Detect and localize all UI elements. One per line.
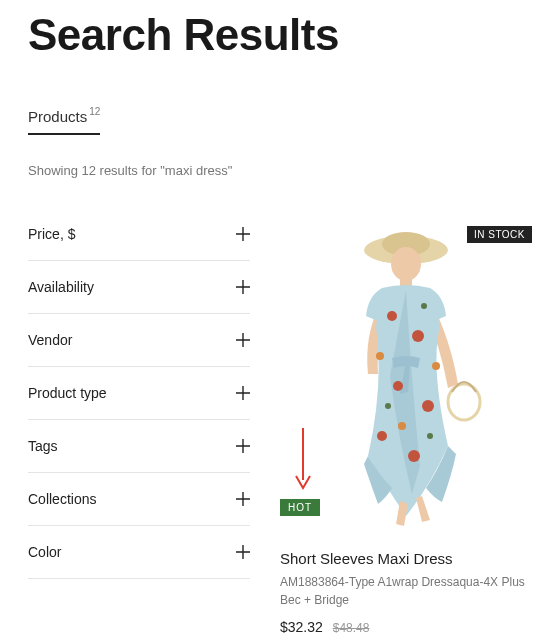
svg-point-4	[387, 311, 397, 321]
filter-availability[interactable]: Availability	[28, 261, 250, 314]
svg-point-15	[427, 433, 433, 439]
filter-sidebar: Price, $ Availability Vendor Product typ…	[28, 226, 250, 579]
svg-point-11	[376, 352, 384, 360]
filter-collections[interactable]: Collections	[28, 473, 250, 526]
price-original: $48.48	[333, 621, 370, 635]
product-name[interactable]: Short Sleeves Maxi Dress	[280, 550, 532, 567]
svg-point-14	[385, 403, 391, 409]
tab-count: 12	[89, 106, 100, 117]
plus-icon	[236, 492, 250, 506]
plus-icon	[236, 280, 250, 294]
svg-point-2	[391, 247, 421, 281]
svg-point-13	[421, 303, 427, 309]
product-illustration	[280, 226, 532, 528]
filter-label: Color	[28, 544, 61, 560]
instock-badge: IN STOCK	[467, 226, 532, 243]
filter-label: Vendor	[28, 332, 72, 348]
filter-tags[interactable]: Tags	[28, 420, 250, 473]
filter-color[interactable]: Color	[28, 526, 250, 579]
tab-products[interactable]: Products 12	[28, 108, 100, 135]
svg-point-7	[422, 400, 434, 412]
plus-icon	[236, 227, 250, 241]
plus-icon	[236, 386, 250, 400]
product-subtitle: AM1883864-Type A1wrap Dressaqua-4X Plus …	[280, 573, 532, 609]
svg-point-10	[432, 362, 440, 370]
filter-vendor[interactable]: Vendor	[28, 314, 250, 367]
product-card[interactable]: IN STOCK HOT	[280, 226, 532, 635]
product-image[interactable]: IN STOCK HOT	[280, 226, 532, 528]
filter-label: Collections	[28, 491, 96, 507]
price-sale: $32.32	[280, 619, 323, 635]
plus-icon	[236, 439, 250, 453]
filter-label: Availability	[28, 279, 94, 295]
svg-point-9	[408, 450, 420, 462]
product-price: $32.32 $48.48	[280, 619, 532, 635]
tab-label: Products	[28, 108, 87, 125]
svg-point-5	[412, 330, 424, 342]
svg-point-6	[393, 381, 403, 391]
filter-label: Tags	[28, 438, 58, 454]
svg-point-8	[377, 431, 387, 441]
filter-label: Product type	[28, 385, 107, 401]
page-title: Search Results	[28, 10, 528, 60]
tabs: Products 12	[28, 108, 528, 135]
showing-text: Showing 12 results for "maxi dress"	[28, 163, 528, 178]
plus-icon	[236, 545, 250, 559]
plus-icon	[236, 333, 250, 347]
hot-badge: HOT	[280, 499, 320, 516]
filter-product-type[interactable]: Product type	[28, 367, 250, 420]
filter-label: Price, $	[28, 226, 75, 242]
filter-price[interactable]: Price, $	[28, 226, 250, 261]
svg-point-12	[398, 422, 406, 430]
